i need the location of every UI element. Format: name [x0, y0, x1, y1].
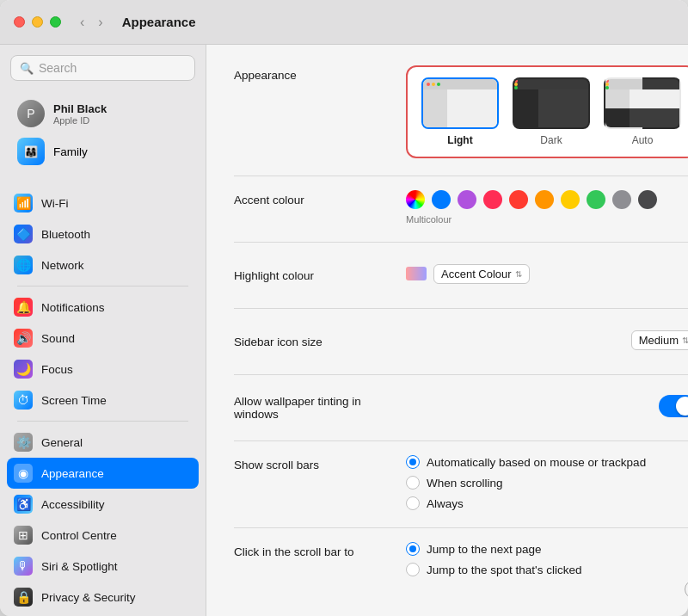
- sidebar-item-general[interactable]: ⚙️ General: [7, 427, 199, 458]
- scroll-bars-auto[interactable]: Automatically based on mouse or trackpad: [406, 455, 688, 469]
- click-scroll-jump-spot-label: Jump to the spot that's clicked: [427, 564, 581, 576]
- sidebar-item-accessibility[interactable]: ♿ Accessibility: [7, 489, 199, 520]
- accent-graphite[interactable]: [612, 190, 631, 209]
- highlight-colour-dropdown[interactable]: Accent Colour ⇅: [433, 264, 530, 284]
- sidebar-label-appearance: Appearance: [41, 467, 104, 480]
- accent-orange[interactable]: [535, 190, 554, 209]
- highlight-colour-row: Highlight colour Accent Colour ⇅: [234, 256, 688, 291]
- appearance-name-auto: Auto: [632, 134, 654, 146]
- search-placeholder: Search: [39, 61, 77, 75]
- main-wrapper: Appearance: [206, 45, 688, 616]
- accent-purple[interactable]: [458, 190, 476, 209]
- scroll-bars-always-label: Always: [427, 497, 464, 510]
- sidebar-label-focus: Focus: [41, 363, 73, 376]
- accent-dark-graphite[interactable]: [638, 190, 657, 209]
- click-scroll-jump-page[interactable]: Jump to the next page: [406, 542, 688, 556]
- appearance-name-light: Light: [447, 134, 472, 146]
- accent-colour-label: Accent colour: [234, 190, 406, 206]
- highlight-colour-value: Accent Colour: [441, 268, 512, 280]
- avatar: P: [17, 100, 45, 127]
- sidebar-item-bluetooth[interactable]: 🔷 Bluetooth: [7, 219, 199, 249]
- sidebar-label-bluetooth: Bluetooth: [41, 228, 90, 241]
- accent-colour-row: Accent colour: [234, 190, 688, 225]
- appearance-option-auto[interactable]: Auto: [604, 77, 681, 146]
- highlight-swatch: [406, 267, 427, 280]
- scroll-bars-scrolling[interactable]: When scrolling: [406, 476, 688, 490]
- radio-auto-circle: [406, 455, 420, 469]
- forward-button[interactable]: ›: [93, 13, 108, 32]
- accent-yellow[interactable]: [561, 190, 580, 209]
- family-item[interactable]: 👨‍👩‍👧 Family: [10, 132, 195, 170]
- sidebar-item-siri[interactable]: 🎙 Siri & Spotlight: [7, 551, 199, 582]
- search-icon: 🔍: [20, 62, 34, 75]
- scroll-bars-content: Automatically based on mouse or trackpad…: [406, 455, 688, 510]
- sidebar-item-wifi[interactable]: 📶 Wi-Fi: [7, 188, 199, 219]
- minimize-button[interactable]: [32, 16, 43, 28]
- sidebar-item-focus[interactable]: 🌙 Focus: [7, 354, 199, 385]
- scroll-bars-radio-group: Automatically based on mouse or trackpad…: [406, 455, 688, 510]
- system-preferences-window: ‹ › Appearance 🔍 Search P Phil Black: [0, 0, 688, 616]
- traffic-lights: [14, 16, 61, 28]
- divider-1: [234, 176, 688, 176]
- titlebar: ‹ › Appearance: [0, 0, 688, 45]
- click-scroll-row: Click in the scroll bar to Jump to the n…: [234, 542, 688, 576]
- wifi-icon: 📶: [14, 194, 33, 213]
- accent-red[interactable]: [509, 190, 528, 209]
- nav-buttons: ‹ ›: [75, 13, 108, 32]
- general-icon: ⚙️: [14, 433, 33, 452]
- bluetooth-icon: 🔷: [14, 225, 33, 243]
- back-button[interactable]: ‹: [75, 13, 89, 32]
- divider-6: [234, 527, 688, 528]
- scroll-bars-always[interactable]: Always: [406, 496, 688, 510]
- appearance-option-dark[interactable]: Dark: [513, 77, 590, 146]
- sidebar-icon-size-content: Medium ⇅: [406, 330, 688, 350]
- accent-blue[interactable]: [432, 190, 451, 209]
- appearance-option-light[interactable]: Light: [421, 77, 499, 146]
- radio-scrolling-circle: [406, 476, 420, 490]
- sidebar-item-controlcentre[interactable]: ⊞ Control Centre: [7, 520, 199, 551]
- maximize-button[interactable]: [50, 16, 61, 28]
- sidebar-item-appearance[interactable]: ◉ Appearance: [7, 458, 199, 489]
- siri-icon: 🎙: [14, 557, 33, 576]
- click-scroll-radio-group: Jump to the next page Jump to the spot t…: [406, 542, 688, 576]
- sidebar-item-network[interactable]: 🌐 Network: [7, 249, 199, 280]
- highlight-colour-content: Accent Colour ⇅: [406, 264, 688, 284]
- sidebar-item-privacy[interactable]: 🔒 Privacy & Security: [7, 582, 199, 613]
- sidebar: 🔍 Search P Phil Black Apple ID 👨‍👩‍👧 Fa: [0, 45, 206, 616]
- appearance-thumbnail-auto: [604, 77, 681, 129]
- user-name: Phil Black: [53, 102, 107, 115]
- sidebar-label-general: General: [41, 436, 83, 449]
- scroll-bars-auto-label: Automatically based on mouse or trackpad: [427, 456, 646, 469]
- highlight-colour-label: Highlight colour: [234, 266, 406, 282]
- family-avatar: 👨‍👩‍👧: [17, 138, 45, 165]
- close-button[interactable]: [14, 16, 25, 28]
- user-profile-item[interactable]: P Phil Black Apple ID: [10, 95, 195, 132]
- controlcentre-icon: ⊞: [14, 526, 33, 545]
- window-title: Appearance: [122, 15, 196, 29]
- wallpaper-tinting-toggle[interactable]: [659, 395, 688, 417]
- sidebar-icon-size-label: Sidebar icon size: [234, 332, 406, 348]
- sidebar-item-notifications[interactable]: 🔔 Notifications: [7, 292, 199, 323]
- accent-multicolor[interactable]: [406, 190, 425, 209]
- sidebar-label-accessibility: Accessibility: [41, 498, 105, 511]
- radio-always-circle: [406, 496, 420, 510]
- sidebar-divider-3: [17, 421, 188, 422]
- wallpaper-tinting-content: [406, 395, 688, 417]
- appearance-picker: Light: [406, 65, 688, 158]
- appearance-row: Appearance: [234, 65, 688, 158]
- accent-row: [406, 190, 688, 209]
- family-label: Family: [53, 145, 88, 158]
- appearance-name-dark: Dark: [540, 134, 562, 146]
- accent-colors: Multicolour: [406, 190, 688, 225]
- search-bar[interactable]: 🔍 Search: [10, 55, 195, 81]
- sidebar-item-sound[interactable]: 🔊 Sound: [7, 323, 199, 354]
- sidebar-item-screentime[interactable]: ⏱ Screen Time: [7, 385, 199, 416]
- accent-pink[interactable]: [483, 190, 502, 209]
- accent-green[interactable]: [587, 190, 605, 209]
- click-scroll-jump-spot[interactable]: Jump to the spot that's clicked: [406, 563, 688, 576]
- sidebar-icon-size-dropdown[interactable]: Medium ⇅: [631, 330, 688, 350]
- focus-icon: 🌙: [14, 360, 33, 379]
- appearance-label: Appearance: [234, 65, 406, 82]
- click-scroll-jump-page-label: Jump to the next page: [427, 543, 542, 556]
- divider-2: [234, 242, 688, 243]
